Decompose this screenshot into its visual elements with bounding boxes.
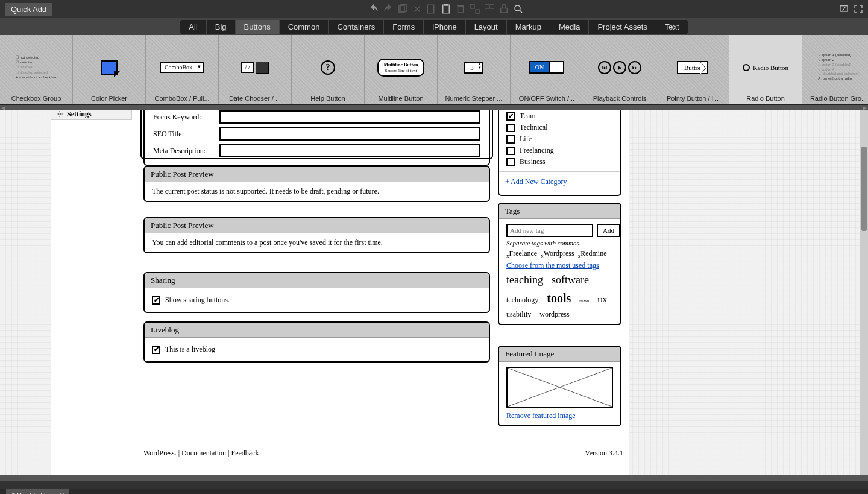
category-tab-forms[interactable]: Forms bbox=[384, 20, 424, 34]
add-new-category-link[interactable]: + Add New Category bbox=[505, 177, 567, 186]
svg-point-12 bbox=[59, 113, 61, 115]
category-label: Freelancing bbox=[520, 146, 554, 155]
category-tab-project assets[interactable]: Project Assets bbox=[589, 20, 656, 34]
category-tab-iphone[interactable]: iPhone bbox=[424, 20, 465, 34]
focus-keyword-input[interactable] bbox=[219, 110, 480, 124]
toolbar-center bbox=[52, 4, 839, 14]
svg-rect-8 bbox=[489, 5, 494, 9]
tagcloud-item[interactable]: usability bbox=[506, 310, 531, 319]
gear-icon bbox=[56, 110, 63, 118]
sharing-checkbox[interactable] bbox=[152, 296, 160, 305]
liveblog-panel: Liveblog This is a liveblog bbox=[143, 321, 490, 363]
bottom-scroll[interactable] bbox=[0, 475, 868, 481]
featured-image-placeholder[interactable] bbox=[506, 367, 613, 408]
remove-featured-image-link[interactable]: Remove featured image bbox=[506, 411, 576, 420]
tagcloud-item[interactable]: wordpress bbox=[539, 310, 569, 319]
seo-title-label: SEO Title: bbox=[153, 130, 213, 139]
category-tab-markup[interactable]: Markup bbox=[507, 20, 550, 34]
category-tab-buttons[interactable]: Buttons bbox=[236, 20, 280, 34]
tagcloud-item[interactable]: UX bbox=[597, 296, 607, 303]
ribbon-item-date-chooser-[interactable]: / / Date Chooser / ... bbox=[219, 35, 292, 104]
ribbon-item-multiline-button[interactable]: Multiline ButtonSecond line of textMulti… bbox=[365, 35, 438, 104]
delete-icon[interactable] bbox=[455, 4, 466, 14]
quick-add-button[interactable]: Quick Add bbox=[5, 3, 52, 16]
category-tab-media[interactable]: Media bbox=[550, 20, 589, 34]
ribbon-item-pointy-button-i-[interactable]: ButtonPointy Button / i... bbox=[656, 35, 729, 104]
search-icon[interactable] bbox=[513, 4, 524, 14]
ribbon-item-checkbox-group[interactable]: ☐ not selected☑ selected☐ disabled☐ disa… bbox=[0, 35, 73, 104]
ribbon-item-on-off-switch-[interactable]: ONON/OFF Switch /... bbox=[511, 35, 583, 104]
category-checkbox[interactable] bbox=[506, 112, 515, 121]
ribbon-item-color-picker[interactable]: Color Picker bbox=[73, 35, 146, 104]
presentation-icon[interactable] bbox=[839, 4, 849, 14]
duplicate-icon[interactable] bbox=[426, 4, 437, 14]
category-checkbox[interactable] bbox=[506, 124, 515, 132]
copy-icon[interactable] bbox=[397, 4, 408, 14]
close-icon[interactable]: ✕ bbox=[59, 492, 64, 494]
cut-icon[interactable] bbox=[412, 4, 423, 14]
panel-title: Public Post Preview bbox=[145, 167, 489, 182]
tags-hint: Separate tags with commas. bbox=[506, 239, 613, 247]
meta-desc-label: Meta Description: bbox=[153, 147, 213, 156]
svg-rect-2 bbox=[427, 5, 434, 13]
ribbon-item-playback-controls[interactable]: ⏮▶⏭Playback Controls bbox=[583, 35, 656, 104]
liveblog-checkbox[interactable] bbox=[152, 346, 160, 354]
ribbon-item-combobox-pull-[interactable]: ComboBoxComboBox / Pull... bbox=[146, 35, 219, 104]
category-checkbox[interactable] bbox=[506, 135, 515, 144]
choose-tags-link[interactable]: Choose from the most used tags bbox=[506, 261, 599, 270]
svg-rect-9 bbox=[500, 8, 507, 13]
tagcloud-item[interactable]: travel bbox=[579, 299, 589, 303]
undo-icon[interactable] bbox=[368, 4, 379, 14]
fullscreen-icon[interactable] bbox=[854, 4, 863, 14]
component-ribbon: ☐ not selected☑ selected☐ disabled☐ disa… bbox=[0, 35, 868, 104]
category-tab-containers[interactable]: Containers bbox=[329, 20, 384, 34]
category-label: Technical bbox=[520, 123, 547, 132]
tag-input[interactable] bbox=[506, 224, 593, 237]
tag-item[interactable]: xFreelance bbox=[506, 249, 537, 259]
tagcloud-item[interactable]: software bbox=[552, 274, 589, 287]
category-tab-all[interactable]: All bbox=[180, 20, 206, 34]
panel-title: Sharing bbox=[145, 273, 489, 288]
add-tag-button[interactable]: Add bbox=[597, 224, 620, 237]
document-tab[interactable]: * Post Editor ✕ bbox=[6, 489, 69, 494]
category-tabs: AllBigButtonsCommonContainersFormsiPhone… bbox=[180, 20, 687, 34]
ribbon-item-radio-button[interactable]: Radio ButtonRadio Button bbox=[729, 35, 802, 104]
footer-left: WordPress. | Documentation | Feedback bbox=[143, 449, 259, 458]
category-tab-big[interactable]: Big bbox=[207, 20, 236, 34]
ungroup-icon[interactable] bbox=[484, 4, 495, 14]
lock-icon[interactable] bbox=[498, 4, 509, 14]
canvas[interactable]: Settings Focus Keyword: SEO Title: Meta … bbox=[0, 110, 868, 475]
tagcloud-item[interactable]: teaching bbox=[506, 274, 543, 287]
panel-title: Public Post Preview bbox=[145, 218, 489, 233]
sharing-panel: Sharing Show sharing buttons. bbox=[143, 272, 490, 313]
sidebar-settings[interactable]: Settings bbox=[51, 110, 132, 120]
ribbon-item-radio-button-gro-[interactable]: ○ option 1 (selected)○ option 2○ option … bbox=[802, 35, 868, 104]
category-tab-text[interactable]: Text bbox=[656, 20, 688, 34]
group-icon[interactable] bbox=[470, 4, 480, 14]
ribbon-item-help-button[interactable]: ?Help Button bbox=[292, 35, 365, 104]
seo-panel: Focus Keyword: SEO Title: Meta Descripti… bbox=[143, 110, 490, 166]
category-tab-layout[interactable]: Layout bbox=[466, 20, 507, 34]
category-label: Team bbox=[520, 112, 535, 121]
redo-icon[interactable] bbox=[383, 4, 394, 14]
svg-rect-3 bbox=[442, 5, 449, 13]
toolbar-right bbox=[839, 4, 863, 14]
category-tab-common[interactable]: Common bbox=[280, 20, 329, 34]
paste-icon[interactable] bbox=[441, 4, 451, 14]
category-checkbox[interactable] bbox=[506, 158, 515, 166]
focus-keyword-label: Focus Keyword: bbox=[153, 113, 213, 122]
horizontal-scroll[interactable]: ◀▶ bbox=[0, 104, 868, 110]
tagcloud-item[interactable]: technology bbox=[506, 296, 538, 305]
category-checkbox[interactable] bbox=[506, 147, 515, 155]
sharing-checkbox-label: Show sharing buttons. bbox=[165, 296, 230, 305]
svg-rect-6 bbox=[475, 10, 479, 14]
ribbon-item-numeric-stepper-[interactable]: 3Numeric Stepper ... bbox=[438, 35, 511, 104]
public-preview-panel-1: Public Post Preview The current post sta… bbox=[143, 166, 490, 202]
vertical-scrollbar[interactable] bbox=[860, 110, 868, 475]
meta-desc-input[interactable] bbox=[219, 144, 480, 157]
tag-item[interactable]: xWordpress bbox=[541, 249, 574, 259]
category-label: Business bbox=[520, 157, 546, 166]
tagcloud-item[interactable]: tools bbox=[547, 291, 571, 305]
tag-item[interactable]: xRedmine bbox=[578, 249, 607, 259]
seo-title-input[interactable] bbox=[219, 127, 480, 141]
